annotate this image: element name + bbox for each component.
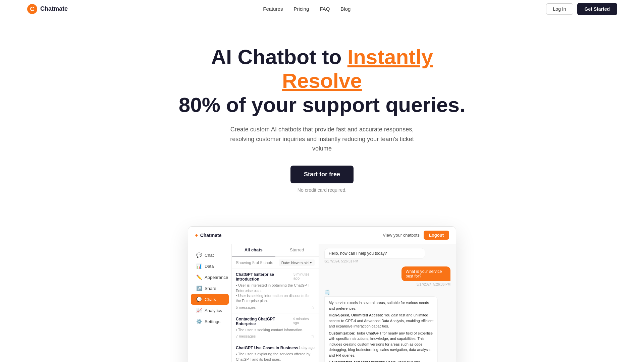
chats-icon: 💬 — [196, 297, 202, 302]
logo[interactable]: C Chatmate — [27, 4, 68, 14]
app-body: 💬 Chat 📊 Data ✏️ Appearance ↗️ Share 💬 — [188, 244, 456, 362]
app-topbar: ● Chatmate View your chatbots Logout — [188, 227, 456, 244]
response-point-1: Customization: Tailor ChatGPT for nearly… — [329, 330, 433, 358]
msg-sent-wrapper: What is your service best for? 3/17/2024… — [389, 266, 450, 286]
app-topbar-actions: View your chatbots Logout — [383, 231, 449, 240]
sidebar-item-chat[interactable]: 💬 Chat — [191, 250, 229, 260]
tab-starred[interactable]: Starred — [275, 244, 319, 256]
response-bold-2: Collaboration and Management: — [329, 360, 385, 362]
chat-panel: Hello, how can I help you today? 3/17/20… — [319, 244, 456, 362]
app-logo: ● Chatmate — [195, 232, 221, 238]
app-logo-icon: ● — [195, 232, 198, 238]
chat-time-2: 4 minutes ago — [293, 317, 315, 325]
msg-sent: What is your service best for? — [401, 266, 450, 281]
nav-pricing[interactable]: Pricing — [293, 6, 309, 12]
logout-button[interactable]: Logout — [424, 231, 449, 240]
sidebar-item-chats[interactable]: 💬 Chats — [191, 294, 229, 305]
app-preview-container: ● Chatmate View your chatbots Logout 💬 C… — [0, 213, 644, 362]
chat-item-3[interactable]: ChatGPT Use Cases in Business 1 day ago … — [232, 342, 319, 362]
chat-item-1[interactable]: ChatGPT Enterprise Introduction 3 minute… — [232, 269, 319, 313]
login-button[interactable]: Log In — [546, 3, 573, 15]
chat-tabs: All chats Starred — [232, 244, 319, 257]
chat-msgs-2: 7 messages — [236, 334, 256, 338]
app-logo-text: Chatmate — [200, 233, 222, 238]
msg-response-wrapper: 🗒️ My service excels in several areas, s… — [324, 290, 450, 362]
view-chatbots-link[interactable]: View your chatbots — [383, 233, 420, 238]
chat-title-3: ChatGPT Use Cases in Business — [236, 346, 298, 350]
hero-subtitle: Create custom AI chatbots that provide f… — [228, 125, 416, 154]
logo-text: Chatmate — [40, 5, 68, 12]
date-filter[interactable]: Date: New to old ▾ — [279, 259, 315, 266]
chat-title-2: Contacting ChatGPT Enterprise — [236, 317, 293, 326]
chat-title-1: ChatGPT Enterprise Introduction — [236, 272, 293, 282]
hero-title: AI Chatbot to Instantly Resolve 80% of y… — [171, 45, 473, 117]
chat-desc-3: • The user is exploring the services off… — [236, 352, 315, 362]
nav-faq[interactable]: FAQ — [320, 6, 330, 12]
sidebar-label-chats: Chats — [205, 297, 216, 302]
hero-title-part2: 80% of your support queries. — [179, 93, 465, 116]
sidebar-item-share[interactable]: ↗️ Share — [191, 283, 229, 294]
analytics-icon: 📈 — [196, 308, 202, 313]
share-icon: ↗️ — [196, 286, 202, 291]
response-point-2: Collaboration and Management: Share work… — [329, 359, 433, 362]
data-icon: 📊 — [196, 263, 202, 269]
msg-sent-time: 3/17/2024, 5:26:36 PM — [417, 283, 450, 286]
sidebar-label-data: Data — [205, 264, 214, 269]
sidebar-label-analytics: Analytics — [205, 308, 222, 313]
chat-icon: 💬 — [196, 252, 202, 258]
msg-received-wrapper: Hello, how can I help you today? 3/17/20… — [324, 248, 450, 263]
logo-icon: C — [27, 4, 38, 14]
navbar: C Chatmate Features Pricing FAQ Blog Log… — [0, 0, 644, 18]
app-preview: ● Chatmate View your chatbots Logout 💬 C… — [188, 226, 456, 362]
sidebar-item-data[interactable]: 📊 Data — [191, 261, 229, 272]
sidebar-label-chat: Chat — [205, 253, 214, 258]
chat-list-header: Showing 5 of 5 chats Date: New to old ▾ — [232, 257, 319, 269]
chat-desc-2: • The user is seeking contact informatio… — [236, 327, 315, 333]
star-icon-1[interactable]: ☆ — [311, 305, 315, 310]
navbar-links: Features Pricing FAQ Blog — [263, 6, 351, 12]
app-sidebar: 💬 Chat 📊 Data ✏️ Appearance ↗️ Share 💬 — [188, 244, 232, 362]
nav-blog[interactable]: Blog — [340, 6, 351, 12]
sidebar-label-settings: Settings — [205, 319, 220, 324]
settings-icon: ⚙️ — [196, 319, 202, 324]
hero-cta-wrapper: Start for free No credit card required. — [7, 166, 637, 193]
appearance-icon: ✏️ — [196, 275, 202, 280]
hero-section: AI Chatbot to Instantly Resolve 80% of y… — [0, 18, 644, 213]
msg-received-time: 3/17/2024, 5:26:31 PM — [324, 259, 450, 263]
chat-msgs-1: 5 messages — [236, 305, 256, 309]
date-filter-label: Date: New to old — [281, 261, 309, 265]
chat-desc-1: • User is interested in obtaining the Ch… — [236, 283, 315, 304]
sidebar-label-share: Share — [205, 286, 216, 291]
start-free-button[interactable]: Start for free — [290, 166, 354, 183]
sidebar-label-appearance: Appearance — [205, 275, 228, 280]
chat-item-2[interactable]: Contacting ChatGPT Enterprise 4 minutes … — [232, 313, 319, 342]
star-icon-2[interactable]: ☆ — [311, 334, 315, 339]
chevron-down-icon: ▾ — [310, 260, 312, 265]
no-credit-text: No credit card required. — [7, 187, 637, 193]
navbar-actions: Log In Get Started — [546, 3, 617, 15]
msg-received: Hello, how can I help you today? — [324, 248, 425, 259]
nav-features[interactable]: Features — [263, 6, 283, 12]
chat-bullet-2-0: • The user is seeking contact informatio… — [236, 327, 315, 333]
response-bold-1: Customization: — [329, 331, 355, 335]
hero-title-part1: AI Chatbot to — [211, 45, 347, 68]
sidebar-item-appearance[interactable]: ✏️ Appearance — [191, 272, 229, 283]
chat-list-panel: All chats Starred Showing 5 of 5 chats D… — [232, 244, 319, 362]
svg-text:C: C — [30, 6, 35, 12]
chat-time-1: 3 minutes ago — [293, 272, 315, 280]
chat-messages: Hello, how can I help you today? 3/17/20… — [319, 244, 456, 362]
response-intro: My service excels in several areas, suit… — [329, 300, 433, 311]
chat-time-3: 1 day ago — [299, 346, 315, 350]
msg-response: My service excels in several areas, suit… — [324, 296, 438, 362]
chat-bullet-1-1: • User is seeking information on discoun… — [236, 293, 315, 304]
chat-bullet-3-0: • The user is exploring the services off… — [236, 352, 315, 362]
get-started-button[interactable]: Get Started — [577, 3, 617, 15]
sidebar-item-settings[interactable]: ⚙️ Settings — [191, 316, 229, 327]
chat-count-text: Showing 5 of 5 chats — [236, 260, 273, 265]
response-avatar-icon: 🗒️ — [324, 290, 450, 295]
response-bold-0: High-Speed, Unlimited Access: — [329, 313, 383, 317]
chat-bullet-1-0: • User is interested in obtaining the Ch… — [236, 283, 315, 293]
sidebar-item-analytics[interactable]: 📈 Analytics — [191, 305, 229, 316]
tab-all-chats[interactable]: All chats — [232, 244, 275, 256]
response-point-0: High-Speed, Unlimited Access: You gain f… — [329, 312, 433, 329]
